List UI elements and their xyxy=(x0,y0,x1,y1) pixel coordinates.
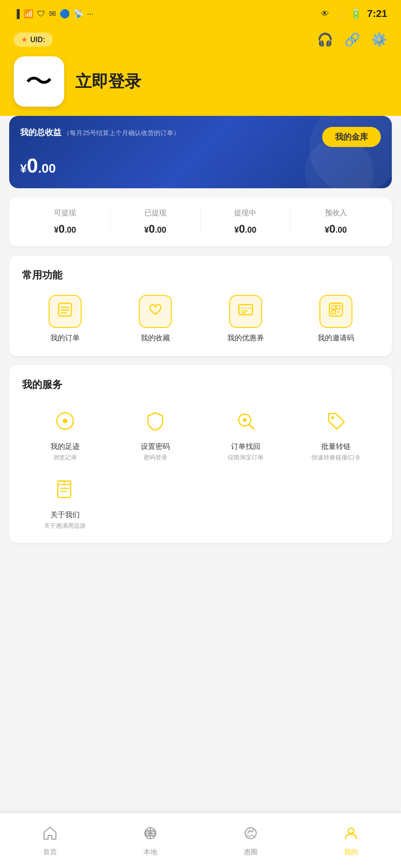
nav-huiquan[interactable]: 惠圈 xyxy=(201,813,301,868)
status-bar: ▐ 📶 🛡 ✉ 🔵 📡 ··· 👁 🌙 🔋 7:21 xyxy=(0,0,401,27)
invite-code-icon-wrap xyxy=(319,295,352,328)
footprint-label: 我的足迹 xyxy=(50,442,80,452)
wifi-icon: 📶 xyxy=(23,9,33,19)
feature-coupons[interactable]: 我的优惠券 xyxy=(203,295,289,343)
service-batch-link[interactable]: 批量转链 快速转换链接/口令 xyxy=(293,404,379,462)
eye-icon: 👁 xyxy=(321,9,329,19)
invite-code-label: 我的邀请码 xyxy=(318,333,354,343)
status-icons: ▐ 📶 🛡 ✉ 🔵 📡 ··· xyxy=(14,9,94,19)
link-icon[interactable]: 🔗 xyxy=(344,32,360,47)
stat-withdrawing-value: ¥0.00 xyxy=(201,223,291,235)
svg-rect-8 xyxy=(330,303,342,316)
login-button[interactable]: 立即登录 xyxy=(75,71,141,93)
shield-password-icon xyxy=(144,410,166,432)
feature-grid: 我的订单 我的收藏 xyxy=(22,295,379,343)
my-orders-label: 我的订单 xyxy=(50,333,80,343)
stat-withdrawn: 已提现 ¥0.00 xyxy=(110,208,201,235)
tag-icon xyxy=(325,410,347,432)
stat-expected-value: ¥0.00 xyxy=(291,223,381,235)
nav-home-label: 首页 xyxy=(43,848,57,857)
earnings-title: 我的总收益 xyxy=(20,128,61,137)
order-recovery-label: 订单找回 xyxy=(231,442,260,452)
svg-line-16 xyxy=(249,424,254,429)
about-us-sublabel: 关于惠满周边游 xyxy=(44,522,86,530)
search-order-icon xyxy=(235,410,257,432)
my-services-card: 我的服务 我的足迹 浏览记录 设置密码 密 xyxy=(9,365,392,543)
settings-icon[interactable]: ⚙️ xyxy=(371,32,387,47)
invite-code-icon xyxy=(328,301,344,322)
user-profile: 〜 立即登录 xyxy=(14,56,387,107)
nav-local[interactable]: 本地 xyxy=(100,813,201,868)
earnings-integer: 0 xyxy=(27,154,38,177)
service-about-us[interactable]: 关于我们 关于惠满周边游 xyxy=(22,473,108,530)
more-icon: ··· xyxy=(87,9,94,19)
service-grid: 我的足迹 浏览记录 设置密码 密码登录 xyxy=(22,404,379,530)
nav-huiquan-label: 惠圈 xyxy=(244,848,258,857)
nav-local-label: 本地 xyxy=(143,848,157,857)
common-functions-title: 常用功能 xyxy=(22,268,379,282)
mine-icon xyxy=(343,825,359,845)
battery-icon: 🔋 xyxy=(350,8,362,19)
favorites-icon xyxy=(147,301,164,322)
status-left: ▐ 📶 🛡 ✉ 🔵 📡 ··· xyxy=(14,9,94,19)
bottom-nav: 首页 本地 惠圈 xyxy=(0,813,401,868)
local-icon xyxy=(142,825,159,845)
order-recovery-icon-wrap xyxy=(229,404,262,437)
nav-mine-label: 我的 xyxy=(344,848,358,857)
nav-mine[interactable]: 我的 xyxy=(301,813,401,868)
vault-button[interactable]: 我的金库 xyxy=(322,127,381,147)
svg-rect-10 xyxy=(336,306,340,309)
set-password-icon-wrap xyxy=(139,404,172,437)
stat-withdrawable-label: 可提现 xyxy=(20,208,110,218)
feature-my-orders[interactable]: 我的订单 xyxy=(22,295,108,343)
service-set-password[interactable]: 设置密码 密码登录 xyxy=(112,404,198,462)
order-recovery-sublabel: 仅限淘宝订单 xyxy=(228,453,264,462)
earnings-title-group: 我的总收益 （每月25号结算上个月确认收货的订单） xyxy=(20,127,180,138)
uid-badge[interactable]: ★ UID: xyxy=(14,33,53,47)
header-top: ★ UID: 🎧 🔗 ⚙️ xyxy=(14,32,387,47)
my-favorites-label: 我的收藏 xyxy=(141,333,170,343)
book-icon xyxy=(54,478,76,500)
home-icon xyxy=(42,825,58,845)
footprint-icon-wrap xyxy=(49,404,82,437)
svg-rect-12 xyxy=(337,311,339,313)
my-services-title: 我的服务 xyxy=(22,378,379,392)
stat-withdrawing: 提现中 ¥0.00 xyxy=(201,208,291,235)
my-favorites-icon-wrap xyxy=(139,295,172,328)
svg-rect-11 xyxy=(332,310,335,314)
earnings-decimal: .00 xyxy=(38,161,56,175)
footprint-icon xyxy=(54,410,76,432)
customer-service-icon[interactable]: 🎧 xyxy=(317,32,333,47)
huiquan-icon xyxy=(242,825,259,845)
svg-point-17 xyxy=(243,418,247,422)
status-right: 👁 🌙 🔋 7:21 xyxy=(321,8,387,20)
feature-invite-code[interactable]: 我的邀请码 xyxy=(293,295,379,343)
signal-icon: ▐ xyxy=(14,9,20,19)
service-order-recovery[interactable]: 订单找回 仅限淘宝订单 xyxy=(203,404,289,462)
stat-withdrawable: 可提现 ¥0.00 xyxy=(20,208,110,235)
uid-star-icon: ★ xyxy=(21,35,27,44)
shield-icon: 🛡 xyxy=(37,9,45,19)
my-orders-icon-wrap xyxy=(49,295,82,328)
avatar[interactable]: 〜 xyxy=(14,56,64,107)
earnings-card: 我的总收益 （每月25号结算上个月确认收货的订单） 我的金库 ¥0.00 xyxy=(9,116,392,188)
stat-expected: 预收入 ¥0.00 xyxy=(291,208,381,235)
service-footprint[interactable]: 我的足迹 浏览记录 xyxy=(22,404,108,462)
header-actions: 🎧 🔗 ⚙️ xyxy=(317,32,387,47)
common-functions-card: 常用功能 我的订单 xyxy=(9,256,392,356)
sim-icon: 📡 xyxy=(73,9,83,19)
about-us-icon-wrap xyxy=(49,473,82,506)
vpn-icon: 🔵 xyxy=(60,9,70,19)
svg-point-18 xyxy=(331,416,334,419)
nav-home[interactable]: 首页 xyxy=(0,813,100,868)
svg-rect-9 xyxy=(332,306,335,309)
svg-point-29 xyxy=(348,828,354,834)
coupons-label: 我的优惠券 xyxy=(227,333,264,343)
batch-link-icon-wrap xyxy=(319,404,352,437)
stat-withdrawable-value: ¥0.00 xyxy=(20,223,110,235)
batch-link-label: 批量转链 xyxy=(321,442,351,452)
header: ★ UID: 🎧 🔗 ⚙️ 〜 立即登录 xyxy=(0,27,401,120)
main-content: 我的总收益 （每月25号结算上个月确认收货的订单） 我的金库 ¥0.00 可提现… xyxy=(0,116,401,868)
moon-icon: 🌙 xyxy=(335,9,345,19)
feature-my-favorites[interactable]: 我的收藏 xyxy=(112,295,198,343)
